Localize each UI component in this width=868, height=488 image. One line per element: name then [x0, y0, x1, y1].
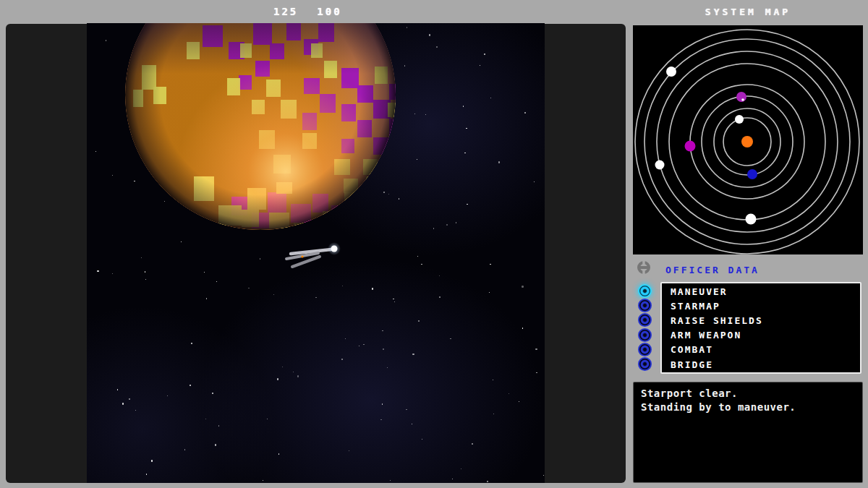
map-planet-1 [735, 115, 744, 124]
system-map-panel [633, 25, 863, 254]
map-sun [741, 136, 753, 147]
map-planet-4 [685, 141, 696, 152]
planet-and-ship-scene [87, 23, 545, 483]
officer-command-menu: MANEUVERSTARMAPRAISE SHIELDSARM WEAPONCO… [660, 282, 861, 374]
message-line: Standing by to maneuver. [641, 401, 855, 414]
hud-value-left: 125 [273, 6, 298, 17]
message-line: Starport clear. [641, 387, 855, 401]
menu-item-arm-weapon[interactable]: ARM WEAPON [671, 328, 860, 343]
map-planet-5 [746, 214, 757, 225]
map-moon [741, 98, 744, 101]
system-map-orbits [633, 25, 863, 254]
player-ship [286, 242, 341, 267]
hud-value-right: 100 [317, 6, 341, 17]
map-planet-3 [736, 92, 746, 102]
menu-item-combat[interactable]: COMBAT [671, 343, 860, 357]
hud-status-values: 125 100 [273, 6, 342, 17]
officer-crest-icon [636, 261, 652, 274]
planet [125, 23, 399, 280]
menu-item-raise-shields[interactable]: RAISE SHIELDS [671, 313, 860, 328]
command-button-starmap[interactable] [638, 299, 652, 312]
message-log: Starport clear.Standing by to maneuver. [633, 382, 863, 483]
map-planet-2 [747, 169, 757, 179]
map-planet-6 [655, 160, 665, 170]
officer-command-buttons [638, 284, 652, 372]
command-button-arm-weapon[interactable] [638, 328, 652, 342]
command-button-bridge[interactable] [638, 357, 652, 371]
officer-data-title: OFFICER DATA [665, 265, 760, 275]
command-button-maneuver[interactable] [638, 284, 652, 298]
menu-item-starmap[interactable]: STARMAP [671, 299, 860, 313]
command-button-combat[interactable] [638, 343, 652, 356]
menu-item-bridge[interactable]: BRIDGE [671, 357, 860, 372]
map-planet-7 [666, 67, 676, 77]
space-viewport [87, 23, 545, 483]
menu-item-maneuver[interactable]: MANEUVER [671, 284, 860, 299]
game-window: 125 100 SYSTEM MAP [0, 0, 868, 488]
system-map-title: SYSTEM MAP [633, 7, 863, 17]
command-button-raise-shields[interactable] [638, 313, 652, 327]
